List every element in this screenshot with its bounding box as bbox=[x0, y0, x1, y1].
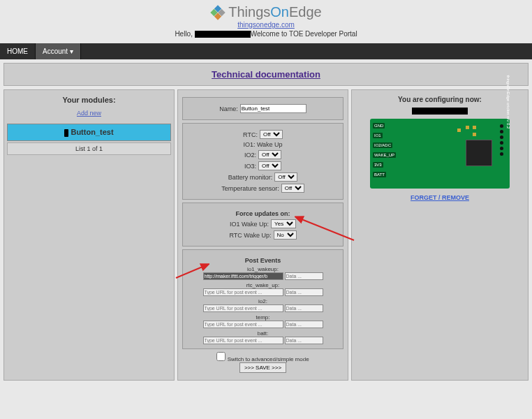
name-input[interactable] bbox=[240, 104, 306, 113]
ev-temp-label: temp: bbox=[186, 314, 340, 321]
module-icon bbox=[64, 129, 68, 137]
forget-remove-link[interactable]: FORGET / REMOVE bbox=[411, 194, 469, 201]
io1w-label: IO1 Wake Up: bbox=[230, 221, 269, 228]
pin-gnd: GND bbox=[373, 123, 385, 128]
list-info: List 1 of 1 bbox=[7, 142, 171, 155]
device-name-redacted bbox=[412, 108, 468, 115]
pin-3v3: 3V3 bbox=[373, 162, 383, 168]
ev-batt-url[interactable] bbox=[203, 337, 283, 344]
ev-rtc-url[interactable] bbox=[203, 288, 283, 296]
site-link[interactable]: thingsonedge.com bbox=[237, 21, 295, 29]
switch-label: Switch to advanced/simple mode bbox=[228, 356, 309, 362]
module-name: Button_test bbox=[71, 128, 113, 136]
name-label: Name: bbox=[219, 105, 238, 112]
add-new-link[interactable]: Add new bbox=[6, 110, 172, 117]
hello-text: Hello, Welcome to TOE Developer Portal bbox=[0, 30, 532, 38]
config-panel: Name: RTC:Off IO1: Wake Up IO2:Off IO3:O… bbox=[177, 89, 348, 381]
board-chip bbox=[466, 140, 492, 166]
board-pad bbox=[466, 126, 469, 129]
board-pad bbox=[473, 126, 476, 129]
switch-mode[interactable]: Switch to advanced/simple mode bbox=[216, 356, 309, 362]
io3-label: IO3: bbox=[244, 163, 256, 170]
hello-prefix: Hello, bbox=[175, 30, 194, 38]
ev-batt-data[interactable] bbox=[285, 337, 323, 344]
ev-batt-label: batt: bbox=[186, 330, 340, 337]
tech-doc-link[interactable]: Technical documentation bbox=[212, 69, 320, 80]
rtcw-label: RTC Wake Up: bbox=[229, 232, 271, 239]
board-holes bbox=[496, 122, 506, 185]
pin-batt: BATT bbox=[373, 172, 386, 177]
post-title: Post Events bbox=[186, 257, 340, 264]
logo: ThingsOnEdge bbox=[0, 4, 532, 20]
save-button[interactable]: >>> SAVE >>> bbox=[239, 362, 286, 373]
board-pad bbox=[473, 133, 476, 136]
temp-label: Temperature sensor: bbox=[221, 185, 279, 192]
ev-io1-data[interactable] bbox=[285, 272, 323, 280]
hello-suffix: Welcome to TOE Developer Portal bbox=[251, 30, 357, 38]
logo-icon bbox=[210, 5, 226, 20]
rtcw-select[interactable]: No bbox=[274, 230, 297, 240]
ev-io1-label: io1_wakeup: bbox=[186, 266, 340, 272]
ev-io2-label: io2: bbox=[186, 298, 340, 304]
config-now-title: You are configuring now: bbox=[357, 96, 522, 103]
module-item-selected[interactable]: Button_test bbox=[7, 124, 171, 141]
preview-panel: You are configuring now: GND IO1 IO2/ADC… bbox=[351, 89, 529, 381]
modules-panel: Your modules: Add new Button_test List 1… bbox=[3, 89, 175, 381]
nav-account[interactable]: Account ▾ bbox=[36, 43, 81, 59]
pin-io1: IO1 bbox=[373, 133, 383, 138]
board-side-text: thingsOnEdge cricket rev 0.2 bbox=[506, 75, 510, 129]
ev-rtc-label: rtc_wake_up: bbox=[186, 282, 340, 288]
rtc-select[interactable]: Off bbox=[260, 130, 283, 139]
ev-temp-data[interactable] bbox=[285, 321, 323, 328]
force-title: Force updates on: bbox=[186, 210, 340, 217]
user-redacted bbox=[195, 31, 251, 38]
io2-select[interactable]: Off bbox=[258, 150, 281, 159]
brand-edge: Edge bbox=[289, 4, 322, 20]
io3-select[interactable]: Off bbox=[258, 161, 281, 170]
pin-wakeup: WAKE_UP bbox=[373, 152, 396, 158]
pin-io2: IO2/ADC bbox=[373, 142, 392, 148]
rtc-label: RTC: bbox=[243, 131, 258, 138]
temp-select[interactable]: Off bbox=[281, 184, 304, 193]
brand-things: Things bbox=[228, 4, 270, 20]
nav-home[interactable]: HOME bbox=[0, 43, 36, 59]
io2-label: IO2: bbox=[244, 152, 256, 159]
io1-wake-label: IO1: Wake Up bbox=[243, 141, 282, 148]
ev-rtc-data[interactable] bbox=[285, 288, 323, 296]
doc-bar: Technical documentation bbox=[3, 63, 529, 86]
io1w-select[interactable]: Yes bbox=[271, 219, 296, 228]
header: ThingsOnEdge thingsonedge.com Hello, Wel… bbox=[0, 0, 532, 41]
ev-io2-data[interactable] bbox=[285, 304, 323, 312]
board-pad bbox=[457, 128, 461, 132]
ev-io2-url[interactable] bbox=[203, 304, 283, 312]
board-image: GND IO1 IO2/ADC WAKE_UP 3V3 BATT thingsO… bbox=[370, 119, 510, 189]
ev-temp-url[interactable] bbox=[203, 321, 283, 328]
switch-checkbox[interactable] bbox=[216, 352, 226, 361]
batt-select[interactable]: Off bbox=[274, 172, 297, 182]
nav-bar: HOME Account ▾ bbox=[0, 43, 532, 59]
batt-label: Battery monitor: bbox=[228, 174, 273, 181]
modules-title: Your modules: bbox=[6, 96, 172, 104]
brand-on: On bbox=[270, 4, 289, 20]
ev-io1-url[interactable] bbox=[203, 272, 283, 280]
